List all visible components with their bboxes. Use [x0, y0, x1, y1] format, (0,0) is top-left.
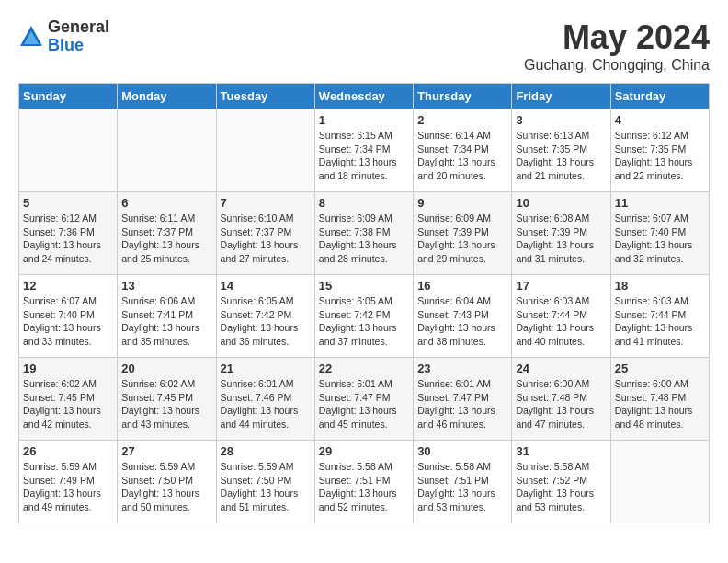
calendar-cell: 29 Sunrise: 5:58 AM Sunset: 7:51 PM Dayl… — [314, 441, 413, 523]
sunrise-text: Sunrise: 6:01 AM — [417, 378, 491, 389]
sunset-text: Sunset: 7:35 PM — [516, 144, 587, 155]
cell-content: Sunrise: 5:58 AM Sunset: 7:52 PM Dayligh… — [516, 460, 606, 514]
sunrise-text: Sunrise: 6:04 AM — [417, 295, 491, 306]
daylight-text: Daylight: 13 hours and 50 minutes. — [121, 488, 199, 512]
col-header-sunday: Sunday — [19, 84, 118, 109]
calendar-cell: 11 Sunrise: 6:07 AM Sunset: 7:40 PM Dayl… — [610, 192, 709, 275]
day-number: 21 — [221, 362, 311, 375]
calendar-cell: 25 Sunrise: 6:00 AM Sunset: 7:48 PM Dayl… — [610, 358, 709, 441]
day-number: 20 — [121, 362, 211, 375]
calendar-cell: 16 Sunrise: 6:04 AM Sunset: 7:43 PM Dayl… — [414, 275, 512, 358]
calendar-cell: 8 Sunrise: 6:09 AM Sunset: 7:38 PM Dayli… — [314, 192, 413, 275]
daylight-text: Daylight: 13 hours and 24 minutes. — [23, 239, 101, 264]
cell-content: Sunrise: 6:00 AM Sunset: 7:48 PM Dayligh… — [516, 377, 606, 431]
cell-content: Sunrise: 5:59 AM Sunset: 7:50 PM Dayligh… — [221, 460, 311, 514]
cell-content: Sunrise: 5:58 AM Sunset: 7:51 PM Dayligh… — [417, 460, 507, 514]
cell-content: Sunrise: 5:58 AM Sunset: 7:51 PM Dayligh… — [319, 460, 409, 514]
sunrise-text: Sunrise: 6:07 AM — [23, 295, 97, 306]
sunrise-text: Sunrise: 6:00 AM — [615, 378, 688, 389]
week-row: 1 Sunrise: 6:15 AM Sunset: 7:34 PM Dayli… — [19, 109, 710, 192]
calendar-cell: 22 Sunrise: 6:01 AM Sunset: 7:47 PM Dayl… — [314, 358, 413, 441]
daylight-text: Daylight: 13 hours and 35 minutes. — [121, 322, 199, 347]
sunrise-text: Sunrise: 6:10 AM — [221, 213, 294, 224]
daylight-text: Daylight: 13 hours and 45 minutes. — [319, 405, 397, 430]
sunrise-text: Sunrise: 6:05 AM — [319, 295, 392, 306]
cell-content: Sunrise: 6:15 AM Sunset: 7:34 PM Dayligh… — [319, 129, 409, 183]
sunrise-text: Sunrise: 6:01 AM — [221, 378, 294, 389]
col-header-monday: Monday — [118, 84, 216, 109]
daylight-text: Daylight: 13 hours and 33 minutes. — [23, 322, 101, 347]
calendar-cell: 31 Sunrise: 5:58 AM Sunset: 7:52 PM Dayl… — [512, 441, 610, 523]
calendar-cell: 9 Sunrise: 6:09 AM Sunset: 7:39 PM Dayli… — [414, 192, 512, 275]
cell-content: Sunrise: 6:02 AM Sunset: 7:45 PM Dayligh… — [121, 377, 211, 431]
calendar-cell: 3 Sunrise: 6:13 AM Sunset: 7:35 PM Dayli… — [512, 109, 610, 192]
cell-content: Sunrise: 6:10 AM Sunset: 7:37 PM Dayligh… — [221, 212, 311, 266]
sunset-text: Sunset: 7:44 PM — [516, 309, 587, 320]
cell-content: Sunrise: 6:01 AM Sunset: 7:47 PM Dayligh… — [417, 377, 507, 431]
daylight-text: Daylight: 13 hours and 52 minutes. — [319, 488, 397, 512]
sunrise-text: Sunrise: 6:06 AM — [121, 295, 195, 306]
sunrise-text: Sunrise: 5:58 AM — [417, 461, 491, 472]
sunset-text: Sunset: 7:50 PM — [221, 475, 292, 486]
calendar-cell: 5 Sunrise: 6:12 AM Sunset: 7:36 PM Dayli… — [19, 192, 118, 275]
sunrise-text: Sunrise: 6:12 AM — [615, 130, 688, 141]
daylight-text: Daylight: 13 hours and 53 minutes. — [516, 488, 594, 512]
sunrise-text: Sunrise: 6:07 AM — [615, 213, 688, 224]
day-number: 6 — [121, 196, 211, 210]
cell-content: Sunrise: 6:00 AM Sunset: 7:48 PM Dayligh… — [615, 377, 705, 431]
calendar-cell: 1 Sunrise: 6:15 AM Sunset: 7:34 PM Dayli… — [314, 109, 413, 192]
sunset-text: Sunset: 7:40 PM — [23, 309, 95, 320]
sunset-text: Sunset: 7:34 PM — [319, 144, 391, 155]
day-number: 16 — [417, 279, 507, 293]
calendar-cell: 2 Sunrise: 6:14 AM Sunset: 7:34 PM Dayli… — [414, 109, 512, 192]
cell-content: Sunrise: 6:13 AM Sunset: 7:35 PM Dayligh… — [516, 129, 606, 183]
calendar-cell: 7 Sunrise: 6:10 AM Sunset: 7:37 PM Dayli… — [216, 192, 314, 275]
day-number: 31 — [516, 444, 606, 458]
sunrise-text: Sunrise: 6:14 AM — [417, 130, 491, 141]
day-number: 19 — [23, 362, 113, 375]
day-number: 4 — [615, 113, 705, 127]
day-number: 11 — [615, 196, 705, 210]
day-number: 24 — [516, 362, 606, 375]
sunset-text: Sunset: 7:38 PM — [319, 226, 391, 237]
cell-content: Sunrise: 6:02 AM Sunset: 7:45 PM Dayligh… — [23, 377, 113, 431]
daylight-text: Daylight: 13 hours and 21 minutes. — [516, 156, 594, 181]
cell-content: Sunrise: 6:03 AM Sunset: 7:44 PM Dayligh… — [615, 294, 705, 349]
daylight-text: Daylight: 13 hours and 49 minutes. — [23, 488, 101, 512]
daylight-text: Daylight: 13 hours and 40 minutes. — [516, 322, 594, 347]
calendar-cell: 23 Sunrise: 6:01 AM Sunset: 7:47 PM Dayl… — [414, 358, 512, 441]
day-number: 17 — [516, 279, 606, 293]
sunset-text: Sunset: 7:51 PM — [417, 475, 489, 486]
daylight-text: Daylight: 13 hours and 47 minutes. — [516, 405, 594, 430]
sunset-text: Sunset: 7:37 PM — [221, 226, 292, 237]
sunset-text: Sunset: 7:49 PM — [23, 475, 95, 486]
sunrise-text: Sunrise: 6:12 AM — [23, 213, 97, 224]
calendar-cell — [216, 109, 314, 192]
logo-general: General — [48, 18, 109, 37]
sunset-text: Sunset: 7:45 PM — [121, 392, 193, 403]
calendar-cell: 19 Sunrise: 6:02 AM Sunset: 7:45 PM Dayl… — [19, 358, 118, 441]
calendar-cell — [19, 109, 118, 192]
cell-content: Sunrise: 6:12 AM Sunset: 7:36 PM Dayligh… — [23, 212, 113, 266]
sunrise-text: Sunrise: 5:59 AM — [23, 461, 97, 472]
daylight-text: Daylight: 13 hours and 31 minutes. — [516, 239, 594, 264]
day-number: 5 — [23, 196, 113, 210]
sunrise-text: Sunrise: 6:05 AM — [221, 295, 294, 306]
daylight-text: Daylight: 13 hours and 32 minutes. — [615, 239, 693, 264]
day-number: 1 — [319, 113, 409, 127]
daylight-text: Daylight: 13 hours and 25 minutes. — [121, 239, 199, 264]
cell-content: Sunrise: 6:01 AM Sunset: 7:46 PM Dayligh… — [221, 377, 311, 431]
calendar-cell — [610, 441, 709, 523]
calendar-cell: 13 Sunrise: 6:06 AM Sunset: 7:41 PM Dayl… — [118, 275, 216, 358]
location: Guchang, Chongqing, China — [524, 57, 710, 74]
day-number: 9 — [417, 196, 507, 210]
day-number: 15 — [319, 279, 409, 293]
calendar-cell: 18 Sunrise: 6:03 AM Sunset: 7:44 PM Dayl… — [610, 275, 709, 358]
col-header-saturday: Saturday — [610, 84, 709, 109]
sunset-text: Sunset: 7:39 PM — [417, 226, 489, 237]
col-header-thursday: Thursday — [414, 84, 512, 109]
sunset-text: Sunset: 7:52 PM — [516, 475, 587, 486]
daylight-text: Daylight: 13 hours and 43 minutes. — [121, 405, 199, 430]
calendar-cell: 4 Sunrise: 6:12 AM Sunset: 7:35 PM Dayli… — [610, 109, 709, 192]
cell-content: Sunrise: 6:07 AM Sunset: 7:40 PM Dayligh… — [23, 294, 113, 349]
